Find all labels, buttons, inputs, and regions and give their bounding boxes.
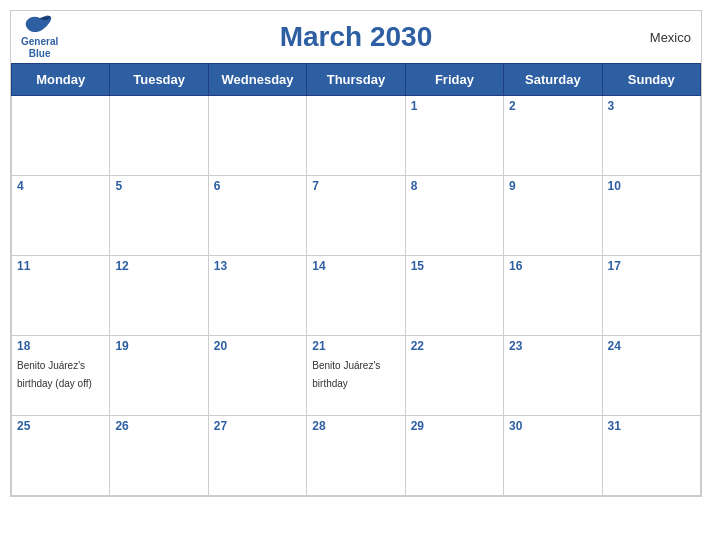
day-cell-1-2: 6	[208, 176, 306, 256]
day-cell-4-0: 25	[12, 416, 110, 496]
header-saturday: Saturday	[504, 64, 602, 96]
logo-text-line2: Blue	[29, 48, 51, 60]
day-cell-0-0	[12, 96, 110, 176]
day-cell-2-1: 12	[110, 256, 208, 336]
day-number: 20	[214, 339, 301, 353]
day-number: 8	[411, 179, 498, 193]
day-number: 9	[509, 179, 596, 193]
day-cell-4-1: 26	[110, 416, 208, 496]
day-cell-0-1	[110, 96, 208, 176]
day-cell-4-5: 30	[504, 416, 602, 496]
day-number: 4	[17, 179, 104, 193]
day-cell-3-2: 20	[208, 336, 306, 416]
header-wednesday: Wednesday	[208, 64, 306, 96]
header-sunday: Sunday	[602, 64, 700, 96]
day-number: 17	[608, 259, 695, 273]
week-row-3: 18Benito Juárez's birthday (day off)1920…	[12, 336, 701, 416]
day-number: 19	[115, 339, 202, 353]
day-number: 16	[509, 259, 596, 273]
day-number: 3	[608, 99, 695, 113]
logo-area: General Blue	[21, 14, 58, 60]
day-cell-3-4: 22	[405, 336, 503, 416]
day-number: 14	[312, 259, 399, 273]
event-text: Benito Juárez's birthday (day off)	[17, 360, 92, 389]
day-number: 7	[312, 179, 399, 193]
day-number: 2	[509, 99, 596, 113]
day-number: 23	[509, 339, 596, 353]
logo-text-line1: General	[21, 36, 58, 48]
day-number: 18	[17, 339, 104, 353]
day-number: 5	[115, 179, 202, 193]
day-number: 1	[411, 99, 498, 113]
day-cell-1-1: 5	[110, 176, 208, 256]
day-number: 27	[214, 419, 301, 433]
day-number: 10	[608, 179, 695, 193]
header-monday: Monday	[12, 64, 110, 96]
day-number: 25	[17, 419, 104, 433]
day-number: 22	[411, 339, 498, 353]
day-cell-3-0: 18Benito Juárez's birthday (day off)	[12, 336, 110, 416]
day-number: 15	[411, 259, 498, 273]
day-cell-3-5: 23	[504, 336, 602, 416]
day-number: 24	[608, 339, 695, 353]
day-number: 26	[115, 419, 202, 433]
day-cell-2-2: 13	[208, 256, 306, 336]
header-thursday: Thursday	[307, 64, 405, 96]
day-cell-3-1: 19	[110, 336, 208, 416]
day-cell-0-6: 3	[602, 96, 700, 176]
day-number: 11	[17, 259, 104, 273]
day-cell-2-0: 11	[12, 256, 110, 336]
week-row-1: 45678910	[12, 176, 701, 256]
day-cell-4-6: 31	[602, 416, 700, 496]
calendar-title: March 2030	[31, 21, 681, 53]
day-cell-1-6: 10	[602, 176, 700, 256]
day-cell-0-4: 1	[405, 96, 503, 176]
day-number: 13	[214, 259, 301, 273]
day-cell-2-3: 14	[307, 256, 405, 336]
day-number: 6	[214, 179, 301, 193]
week-row-2: 11121314151617	[12, 256, 701, 336]
day-number: 12	[115, 259, 202, 273]
header-friday: Friday	[405, 64, 503, 96]
day-cell-4-3: 28	[307, 416, 405, 496]
day-cell-0-3	[307, 96, 405, 176]
day-number: 28	[312, 419, 399, 433]
week-row-4: 25262728293031	[12, 416, 701, 496]
day-cell-2-5: 16	[504, 256, 602, 336]
day-number: 31	[608, 419, 695, 433]
calendar-grid: Monday Tuesday Wednesday Thursday Friday…	[11, 63, 701, 496]
day-cell-0-5: 2	[504, 96, 602, 176]
week-row-0: 123	[12, 96, 701, 176]
calendar-header: General Blue March 2030 Mexico	[11, 11, 701, 63]
day-cell-4-2: 27	[208, 416, 306, 496]
country-label: Mexico	[650, 30, 691, 45]
day-cell-2-6: 17	[602, 256, 700, 336]
day-cell-1-3: 7	[307, 176, 405, 256]
logo-icon	[22, 14, 58, 36]
day-number: 21	[312, 339, 399, 353]
day-cell-1-0: 4	[12, 176, 110, 256]
day-cell-2-4: 15	[405, 256, 503, 336]
day-cell-3-3: 21Benito Juárez's birthday	[307, 336, 405, 416]
weekday-header-row: Monday Tuesday Wednesday Thursday Friday…	[12, 64, 701, 96]
day-cell-1-5: 9	[504, 176, 602, 256]
day-number: 30	[509, 419, 596, 433]
day-cell-0-2	[208, 96, 306, 176]
day-cell-4-4: 29	[405, 416, 503, 496]
day-cell-3-6: 24	[602, 336, 700, 416]
day-cell-1-4: 8	[405, 176, 503, 256]
event-text: Benito Juárez's birthday	[312, 360, 380, 389]
calendar-container: General Blue March 2030 Mexico Monday Tu…	[10, 10, 702, 497]
header-tuesday: Tuesday	[110, 64, 208, 96]
day-number: 29	[411, 419, 498, 433]
